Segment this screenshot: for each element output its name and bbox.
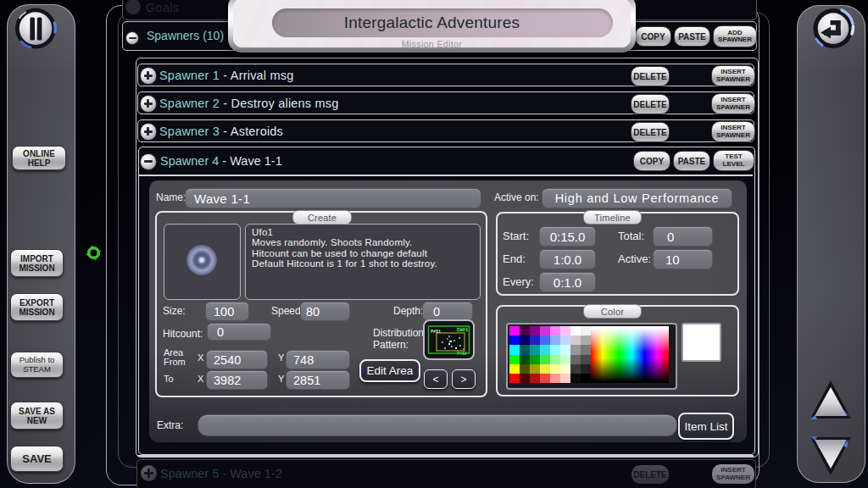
svg-text:P#$1: P#$1 (431, 330, 441, 335)
svg-text:P#$2: P#$2 (457, 352, 467, 357)
svg-text:CW#1: CW#1 (457, 327, 469, 333)
